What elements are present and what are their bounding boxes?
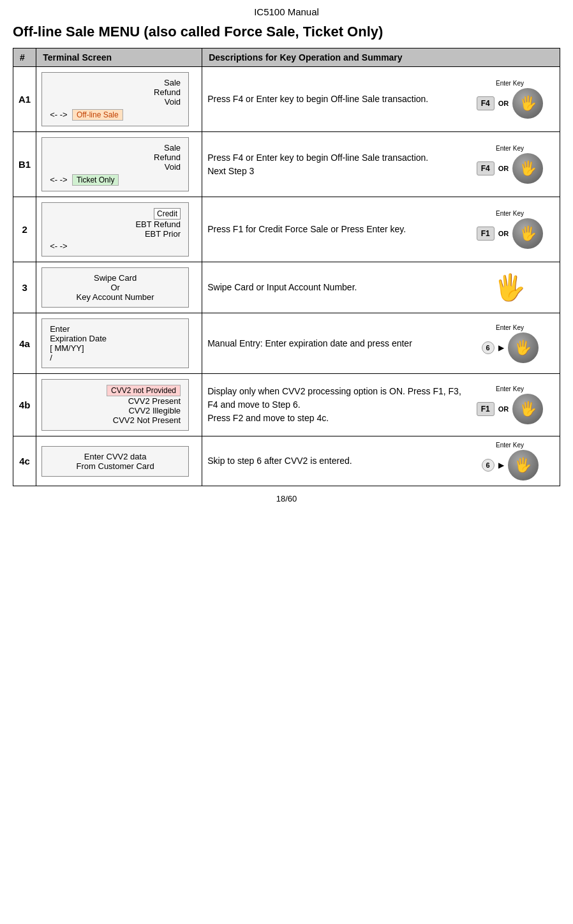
main-table: # Terminal Screen Descriptions for Key O… — [13, 48, 560, 486]
desc-cell-2: Press F1 for Credit Force Sale or Press … — [202, 197, 560, 262]
row-num-3: 3 — [13, 262, 36, 313]
row-num-4: 4a — [13, 313, 36, 374]
section-title: Off-line Sale MENU (also called Force Sa… — [13, 24, 560, 40]
page-footer: 18/60 — [13, 494, 560, 503]
desc-cell-5: Display only when CVV2 processing option… — [202, 374, 560, 436]
terminal-cell-2: CreditEBT RefundEBT Prior<- -> — [36, 197, 202, 262]
desc-cell-4: Manual Entry: Enter expiration date and … — [202, 313, 560, 374]
row-num-0: A1 — [13, 67, 36, 132]
row-num-5: 4b — [13, 374, 36, 436]
page-title: IC5100 Manual — [13, 6, 560, 17]
desc-cell-6: Skip to step 6 after CVV2 is entered.Ent… — [202, 436, 560, 486]
terminal-cell-3: Swipe CardOrKey Account Number — [36, 262, 202, 313]
terminal-cell-4: EnterExpiration Date[ MM/YY]/ — [36, 313, 202, 374]
desc-cell-3: Swipe Card or Input Account Number.🖐 — [202, 262, 560, 313]
row-num-2: 2 — [13, 197, 36, 262]
terminal-cell-0: SaleRefundVoid<- -> Off-line Sale — [36, 67, 202, 132]
row-num-1: B1 — [13, 132, 36, 197]
terminal-cell-1: SaleRefundVoid<- -> Ticket Only — [36, 132, 202, 197]
terminal-cell-5: CVV2 not ProvidedCVV2 PresentCVV2 Illegi… — [36, 374, 202, 436]
terminal-cell-6: Enter CVV2 dataFrom Customer Card — [36, 436, 202, 486]
col-header-terminal: Terminal Screen — [36, 48, 202, 67]
col-header-num: # — [13, 48, 36, 67]
col-header-desc: Descriptions for Key Operation and Summa… — [202, 48, 560, 67]
desc-cell-0: Press F4 or Enter key to begin Off-line … — [202, 67, 560, 132]
desc-cell-1: Press F4 or Enter key to begin Off-line … — [202, 132, 560, 197]
row-num-6: 4c — [13, 436, 36, 486]
